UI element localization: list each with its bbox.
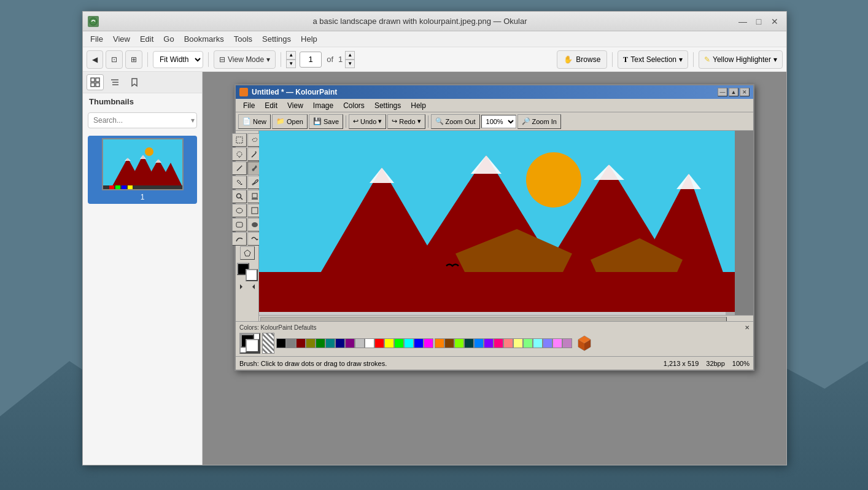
kp-menu-image[interactable]: Image	[308, 100, 338, 111]
menu-settings[interactable]: Settings	[257, 33, 296, 45]
menu-edit[interactable]: Edit	[135, 33, 158, 45]
kp-tool-magnifier[interactable]	[232, 190, 247, 203]
kp-color-magenta[interactable]	[424, 338, 433, 348]
kp-menu-edit[interactable]: Edit	[260, 100, 282, 111]
close-button[interactable]: ✕	[768, 15, 781, 28]
minimize-button[interactable]: —	[736, 15, 750, 28]
kp-color-lime[interactable]	[394, 338, 404, 348]
kp-color-black[interactable]	[276, 338, 286, 348]
menu-tools[interactable]: Tools	[229, 33, 257, 45]
kp-color-lightmagenta[interactable]	[552, 338, 562, 348]
kp-color-lightblue[interactable]	[543, 338, 552, 348]
okular-window: a basic landscape drawn with kolourpaint…	[82, 11, 787, 465]
kp-tool-lasso[interactable]	[232, 147, 247, 161]
menu-view[interactable]: View	[108, 33, 135, 45]
kp-menu-colors[interactable]: Colors	[338, 100, 370, 111]
kp-color-salmon[interactable]	[503, 338, 513, 348]
kp-redo-btn[interactable]: ↪ Redo ▾	[387, 114, 425, 129]
kp-bg-swatch[interactable]	[246, 339, 259, 352]
kp-save-btn[interactable]: 💾 Save	[309, 114, 343, 129]
page-down-button[interactable]: ▼	[286, 60, 296, 68]
kp-bg-color[interactable]	[246, 269, 258, 281]
kp-color-violet[interactable]	[484, 338, 494, 348]
kp-tool-pencil[interactable]	[232, 161, 247, 175]
kp-transparent-swatch[interactable]	[262, 333, 274, 354]
page-up-button[interactable]: ▲	[286, 51, 296, 60]
menu-file[interactable]: File	[85, 33, 108, 45]
browse-button[interactable]: ✋ Browse	[557, 50, 607, 69]
kp-active-colors[interactable]	[239, 333, 260, 354]
kp-redo-chevron: ▾	[417, 117, 421, 125]
kp-color-orange[interactable]	[435, 338, 444, 348]
sidebar-tab-thumbnails[interactable]	[87, 74, 104, 90]
kp-tool-fill[interactable]	[232, 176, 247, 189]
kp-tool-curve[interactable]	[232, 232, 247, 246]
kp-color-cornflower[interactable]	[474, 338, 484, 348]
kp-undo-btn[interactable]: ↩ Undo ▾	[349, 114, 386, 129]
highlighter-button[interactable]: ✎ Yellow Highlighter ▾	[699, 50, 783, 69]
kp-color-rose[interactable]	[494, 338, 503, 348]
thumbnail-page-1[interactable]: 1	[88, 136, 197, 204]
kp-menu-file[interactable]: File	[238, 100, 260, 111]
kp-menu-settings[interactable]: Settings	[370, 100, 406, 111]
menu-bookmarks[interactable]: Bookmarks	[179, 33, 229, 45]
zoom-select[interactable]: Fit Width Fit Page 100%	[153, 51, 203, 68]
kp-3d-cube[interactable]	[576, 333, 592, 354]
kp-new-btn[interactable]: 📄 New	[238, 114, 271, 129]
text-selection-button[interactable]: 𝐓 Text Selection ▾	[618, 50, 688, 69]
kp-color-lightyellow[interactable]	[513, 338, 523, 348]
kp-open-btn[interactable]: 📁 Open	[272, 114, 308, 129]
kp-menu-view[interactable]: View	[282, 100, 308, 111]
kp-color-purple[interactable]	[345, 338, 355, 348]
kp-colors-close-btn[interactable]: ✕	[745, 324, 750, 331]
kp-color-white[interactable]	[365, 338, 374, 348]
kp-tool-polygon[interactable]	[240, 246, 255, 260]
menu-go[interactable]: Go	[158, 33, 179, 45]
sidebar-tab-bookmarks[interactable]	[126, 74, 143, 90]
menu-help[interactable]: Help	[296, 33, 322, 45]
kp-maximize-btn[interactable]: ▲	[729, 88, 738, 96]
kp-color-green[interactable]	[316, 338, 325, 348]
kp-zoom-in-btn[interactable]: 🔎 Zoom In	[517, 114, 561, 129]
kp-menu-help[interactable]: Help	[406, 100, 431, 111]
toggle-sidebar-button[interactable]: ◀	[87, 50, 103, 69]
kp-canvas[interactable]	[259, 131, 735, 315]
kp-color-red[interactable]	[374, 338, 384, 348]
kp-scrollbar-horizontal[interactable]	[259, 315, 753, 321]
kp-zoom-out-btn[interactable]: 🔍 Zoom Out	[431, 114, 480, 129]
kp-color-chartreuse[interactable]	[454, 338, 464, 348]
sidebar-tab-outline[interactable]	[106, 74, 123, 90]
select-table-button[interactable]: ⊞	[125, 50, 142, 69]
kp-color-silver[interactable]	[355, 338, 365, 348]
kp-tool-rounded-rect[interactable]	[232, 218, 247, 231]
sidebar-search-input[interactable]	[88, 112, 197, 128]
kp-color-teal[interactable]	[325, 338, 335, 348]
kp-color-brown[interactable]	[444, 338, 454, 348]
kp-color-cyan[interactable]	[404, 338, 414, 348]
kp-close-btn[interactable]: ✕	[740, 88, 750, 96]
kp-canvas-area[interactable]	[259, 131, 753, 321]
kp-tool-ellipse[interactable]	[232, 204, 247, 217]
view-mode-button[interactable]: ⊟ View Mode ▾	[214, 50, 276, 69]
kp-color-lightcyan[interactable]	[533, 338, 543, 348]
kp-color-blue[interactable]	[414, 338, 424, 348]
kp-color-olive[interactable]	[306, 338, 316, 348]
maximize-button[interactable]: □	[752, 15, 765, 28]
kp-zoom-select[interactable]: 100% 75% 50%	[481, 115, 516, 128]
kp-color-navy[interactable]	[335, 338, 345, 348]
kp-tool-select-rect[interactable]	[232, 133, 247, 147]
page-up-button-2[interactable]: ▲	[345, 51, 355, 60]
kp-minimize-btn[interactable]: —	[718, 88, 727, 96]
page-down-button-2[interactable]: ▼	[345, 60, 355, 68]
kp-color-darkred[interactable]	[296, 338, 306, 348]
search-filter-icon[interactable]: ▾	[191, 116, 195, 125]
page-number-input[interactable]	[300, 52, 322, 68]
select-rect-button[interactable]: ⊡	[106, 50, 123, 69]
kp-scroll-thumb-h[interactable]	[260, 317, 727, 322]
kp-color-gray[interactable]	[286, 338, 296, 348]
kp-color-lightgreen[interactable]	[523, 338, 533, 348]
kp-color-darkteal[interactable]	[464, 338, 474, 348]
kp-color-yellow[interactable]	[384, 338, 394, 348]
kp-color-plum[interactable]	[562, 338, 572, 348]
main-viewer[interactable]: Untitled * — KolourPaint — ▲ ✕ File Edit…	[203, 72, 786, 465]
